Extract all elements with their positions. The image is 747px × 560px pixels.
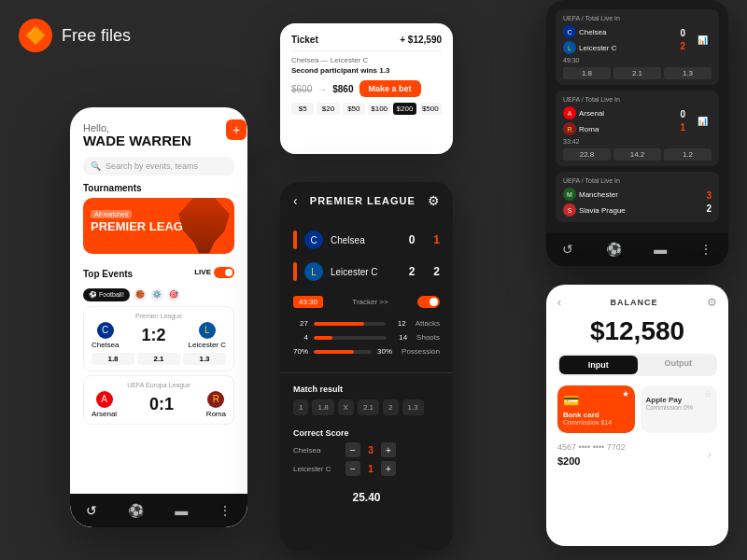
rmi3-t2-icon: S xyxy=(563,203,576,217)
quick-amounts: $5 $20 $50 $100 $200 $500 xyxy=(291,103,442,115)
match-card-1[interactable]: Premier League C Chelsea 1:2 L Leicester… xyxy=(83,306,234,371)
nav-home-icon[interactable]: ↺ xyxy=(86,503,97,518)
chelsea-plus[interactable]: + xyxy=(381,442,396,457)
cs-team2: Leicester C xyxy=(293,465,340,473)
leicester-icon: L xyxy=(304,262,323,281)
odd-2[interactable]: 2.1 xyxy=(137,353,180,365)
search-bar[interactable]: 🔍 Search by events, teams xyxy=(83,157,234,175)
bank-commission: Commission $14 xyxy=(563,419,629,426)
football-chip[interactable]: ⚽ Football! xyxy=(83,288,130,301)
balance-title: BALANCE xyxy=(611,298,658,307)
dark-league-name: PREMIER LEAGUE xyxy=(310,195,416,206)
attacks-home-val: 27 xyxy=(293,319,308,328)
phone-dark-match: ‹ PREMIER LEAGUE ⚙ C Chelsea 0 1 L Leice… xyxy=(280,182,453,551)
apple-pay-option[interactable]: Apple Pay Commission 0% ☆ xyxy=(641,385,718,433)
input-btn[interactable]: Input xyxy=(559,356,638,374)
payment-methods: 💳 Bank card Commission $14 ★ Apple Pay C… xyxy=(557,385,717,433)
live-toggle[interactable] xyxy=(214,267,234,278)
leicester-minus[interactable]: − xyxy=(345,461,360,476)
chevron-right-icon: › xyxy=(708,448,712,461)
new-price: $860 xyxy=(332,84,353,94)
poss-home-val: 70% xyxy=(293,347,308,356)
rnav-sport-icon[interactable]: ⚽ xyxy=(606,242,622,257)
balance-amount: $12,580 xyxy=(557,316,717,346)
settings-icon[interactable]: ⚙ xyxy=(428,193,440,208)
rnav-refresh-icon[interactable]: ↺ xyxy=(562,242,573,257)
qa-200[interactable]: $200 xyxy=(393,103,416,115)
rmi2-teams: A Arsenal R Roma 0 1 📊 xyxy=(563,106,712,135)
team-row-chelsea: C Chelsea 0 1 xyxy=(293,227,440,253)
poss-label: Possession xyxy=(402,347,440,356)
result-1.3[interactable]: 1.3 xyxy=(402,399,424,415)
output-btn[interactable]: Output xyxy=(640,354,718,376)
qa-50[interactable]: $50 xyxy=(343,103,365,115)
team1-arsenal: A Arsenal xyxy=(92,391,117,418)
right-match-1: UEFA / Total Live In C Chelsea L Leicest… xyxy=(556,9,719,85)
result-1[interactable]: 1 xyxy=(293,399,308,415)
nav-sport-icon[interactable]: ⚽ xyxy=(128,503,144,518)
team2-dark: Leicester C xyxy=(331,267,402,277)
team1-name: Chelsea xyxy=(92,341,119,349)
ticket-win-type: Second participant wins 1.3 xyxy=(291,66,442,75)
result-x[interactable]: X xyxy=(338,399,354,415)
rmi1-t1-icon: C xyxy=(563,25,576,38)
shoots-bar xyxy=(314,336,387,340)
player-image xyxy=(178,198,230,254)
poss-fill xyxy=(314,350,354,354)
sport-icon-2[interactable]: ⚙️ xyxy=(150,288,163,301)
rmi1-team1: C Chelsea xyxy=(563,25,674,38)
tracker-label: Tracker >> xyxy=(352,298,388,306)
leicester-plus[interactable]: + xyxy=(381,461,396,476)
team1-name: Arsenal xyxy=(92,410,117,418)
score1-dark: 0 xyxy=(409,233,416,246)
back-icon[interactable]: ‹ xyxy=(293,193,298,208)
add-button[interactable]: + xyxy=(226,119,247,140)
qa-500[interactable]: $500 xyxy=(419,103,442,115)
match-teams-dark: C Chelsea 0 1 L Leicester C 2 2 xyxy=(280,219,453,292)
ticket-amount: + $12,590 xyxy=(400,35,442,45)
odd-1[interactable]: 1.8 xyxy=(92,353,134,365)
balance-prev-icon[interactable]: ‹ xyxy=(557,296,561,309)
balance-header: ‹ BALANCE ⚙ xyxy=(557,296,717,309)
ticket-label: Ticket xyxy=(291,35,318,45)
card-number: 4567 •••• •••• 7702 xyxy=(557,442,717,452)
correct-score-title: Correct Score xyxy=(293,428,440,438)
total-row: 25.40 xyxy=(280,485,453,510)
live-toggle-dark[interactable] xyxy=(417,296,440,308)
result-2.1[interactable]: 2.1 xyxy=(358,399,379,415)
rnav-menu-icon[interactable]: ⋮ xyxy=(699,242,712,257)
sport-icon-1[interactable]: 🏀 xyxy=(134,288,147,301)
leicester-controls: − 1 + xyxy=(345,461,396,476)
qa-20[interactable]: $20 xyxy=(317,103,339,115)
balance-settings-icon[interactable]: ⚙ xyxy=(707,296,717,309)
attacks-bar xyxy=(314,322,386,326)
match-card-2[interactable]: UEFA Europa League A Arsenal 0:1 R Roma xyxy=(83,375,234,425)
bank-star-icon: ★ xyxy=(622,389,629,399)
rnav-card-icon[interactable]: ▬ xyxy=(654,242,667,257)
correct-score-section: Correct Score Chelsea − 3 + Leicester C … xyxy=(280,423,453,485)
odd-3[interactable]: 1.3 xyxy=(183,353,226,365)
attacks-label: Attacks xyxy=(416,319,440,328)
apple-pay-name: Apple Pay xyxy=(646,396,712,404)
qa-5[interactable]: $5 xyxy=(291,103,314,115)
result-1.8[interactable]: 1.8 xyxy=(312,399,333,415)
nav-card-icon[interactable]: ▬ xyxy=(175,503,188,518)
team1-dark: Chelsea xyxy=(331,235,402,245)
nav-menu-icon[interactable]: ⋮ xyxy=(218,503,232,518)
score2-dark: 1 xyxy=(433,233,440,246)
bank-card-option[interactable]: 💳 Bank card Commission $14 ★ xyxy=(557,385,635,433)
score3-dark: 2 xyxy=(409,265,416,278)
total-value: 25.40 xyxy=(352,491,380,504)
phone-right-scores: UEFA / Total Live In C Chelsea L Leicest… xyxy=(546,0,728,266)
chelsea-minus[interactable]: − xyxy=(345,442,360,457)
stats-section: 27 12 Attacks 4 14 Shoots 70% 30% Posses… xyxy=(280,312,453,369)
make-bet-button[interactable]: Make a bet xyxy=(359,80,421,97)
top-events-label: Top Events xyxy=(83,269,133,279)
qa-100[interactable]: $100 xyxy=(368,103,390,115)
all-matches-tag: All matches xyxy=(91,210,132,218)
result-2[interactable]: 2 xyxy=(383,399,398,415)
sport-icon-3[interactable]: 🎯 xyxy=(167,288,180,301)
tournament-card[interactable]: All matches PREMIER LEAGUE xyxy=(83,198,234,254)
shoots-away-val: 14 xyxy=(392,333,407,342)
attacks-away-val: 12 xyxy=(391,319,406,328)
